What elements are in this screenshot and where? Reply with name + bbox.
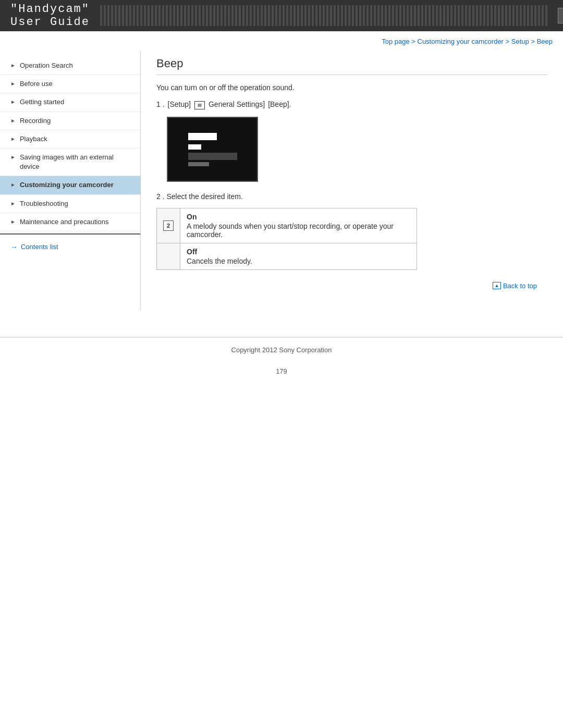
intro-text: You can turn on or off the operation sou…: [156, 83, 547, 92]
breadcrumb-beep[interactable]: Beep: [537, 38, 553, 45]
back-to-top-icon: ▲: [493, 282, 501, 289]
sidebar-item-getting-started[interactable]: ► Getting started: [0, 93, 140, 112]
options-table: 2 On A melody sounds when you start/stop…: [156, 208, 417, 270]
option-desc: A melody sounds when you start/stop reco…: [187, 222, 410, 239]
arrow-icon: ►: [10, 200, 16, 207]
sidebar: ► Operation Search ► Before use ► Gettin…: [0, 52, 141, 311]
option-icon-cell: 2: [157, 208, 180, 243]
search-button[interactable]: Search: [558, 8, 563, 23]
option-content: On A melody sounds when you start/stop r…: [180, 208, 417, 243]
setup-image: [167, 117, 258, 182]
option-icon-cell: [157, 243, 180, 270]
arrow-icon: ►: [10, 154, 16, 161]
step1-number: 1 .: [156, 100, 165, 108]
page-number: 179: [0, 362, 563, 380]
breadcrumb: Top page > Customizing your camcorder > …: [0, 31, 563, 52]
sidebar-item-label: Saving images with an external device: [20, 153, 133, 171]
sidebar-item-maintenance[interactable]: ► Maintenance and precautions: [0, 213, 140, 231]
header-decoration: [100, 5, 547, 26]
option-icon: 2: [163, 220, 174, 231]
step-2: 2 . Select the desired item.: [156, 192, 547, 201]
sidebar-item-label: Playback: [20, 134, 133, 144]
sidebar-item-label: Maintenance and precautions: [20, 217, 133, 227]
contents-list-link[interactable]: → Contents list: [0, 238, 140, 256]
back-to-top-link[interactable]: ▲ Back to top: [493, 282, 537, 290]
option-name: On: [187, 213, 410, 221]
step2-text: Select the desired item.: [166, 192, 242, 201]
arrow-icon: ►: [10, 62, 16, 69]
sidebar-item-label: Recording: [20, 116, 133, 126]
arrow-icon: ►: [10, 218, 16, 226]
svg-rect-3: [188, 153, 237, 160]
copyright-text: Copyright 2012 Sony Corporation: [231, 346, 332, 354]
sidebar-item-operation-search[interactable]: ► Operation Search: [0, 57, 140, 75]
svg-rect-1: [188, 133, 217, 140]
sidebar-item-label: Before use: [20, 79, 133, 89]
svg-rect-2: [188, 144, 201, 150]
sidebar-item-label: Getting started: [20, 97, 133, 107]
header: "Handycam" User Guide: [0, 0, 563, 31]
general-settings-icon: III: [194, 101, 205, 109]
footer: Copyright 2012 Sony Corporation: [0, 337, 563, 362]
setup-image-inner: [184, 129, 241, 170]
breadcrumb-top[interactable]: Top page: [382, 38, 410, 45]
sidebar-item-label: Troubleshooting: [20, 199, 133, 208]
arrow-icon: ►: [10, 181, 16, 189]
sidebar-item-label: Customizing your camcorder: [20, 180, 133, 190]
header-title: "Handycam" User Guide: [10, 3, 90, 29]
table-row: 2 On A melody sounds when you start/stop…: [157, 208, 417, 243]
step1-general-settings: General Settings]: [209, 100, 265, 108]
arrow-icon: ►: [10, 117, 16, 125]
page-title: Beep: [156, 57, 547, 75]
header-buttons: Search Print: [558, 8, 563, 23]
option-content: Off Cancels the melody.: [180, 243, 417, 270]
setup-menu-svg: [184, 129, 241, 170]
sidebar-item-saving-images[interactable]: ► Saving images with an external device: [0, 149, 140, 176]
arrow-icon: ►: [10, 80, 16, 88]
step1-setup: [Setup]: [168, 100, 191, 108]
sidebar-item-label: Operation Search: [20, 61, 133, 70]
sidebar-item-playback[interactable]: ► Playback: [0, 130, 140, 149]
sidebar-item-troubleshooting[interactable]: ► Troubleshooting: [0, 195, 140, 213]
step1-beep: [Beep].: [268, 100, 291, 108]
step-1: 1 . [Setup] III General Settings] [Beep]…: [156, 100, 547, 109]
sidebar-item-customizing[interactable]: ► Customizing your camcorder: [0, 176, 140, 194]
sidebar-item-before-use[interactable]: ► Before use: [0, 75, 140, 93]
breadcrumb-customizing[interactable]: Customizing your camcorder: [418, 38, 504, 45]
step2-number: 2 .: [156, 192, 165, 201]
option-name: Off: [187, 248, 410, 256]
back-to-top-label: Back to top: [503, 282, 537, 290]
table-row: Off Cancels the melody.: [157, 243, 417, 270]
contents-list-label: Contents list: [21, 243, 58, 251]
breadcrumb-setup[interactable]: Setup: [511, 38, 529, 45]
content-area: Beep You can turn on or off the operatio…: [141, 52, 563, 311]
arrow-icon: ►: [10, 135, 16, 143]
arrow-icon: ►: [10, 98, 16, 106]
main-layout: ► Operation Search ► Before use ► Gettin…: [0, 52, 563, 331]
option-desc: Cancels the melody.: [187, 257, 410, 265]
arrow-right-icon: →: [10, 243, 18, 251]
back-to-top-row: ▲ Back to top: [156, 270, 547, 295]
sidebar-item-recording[interactable]: ► Recording: [0, 112, 140, 130]
svg-rect-4: [188, 162, 209, 166]
